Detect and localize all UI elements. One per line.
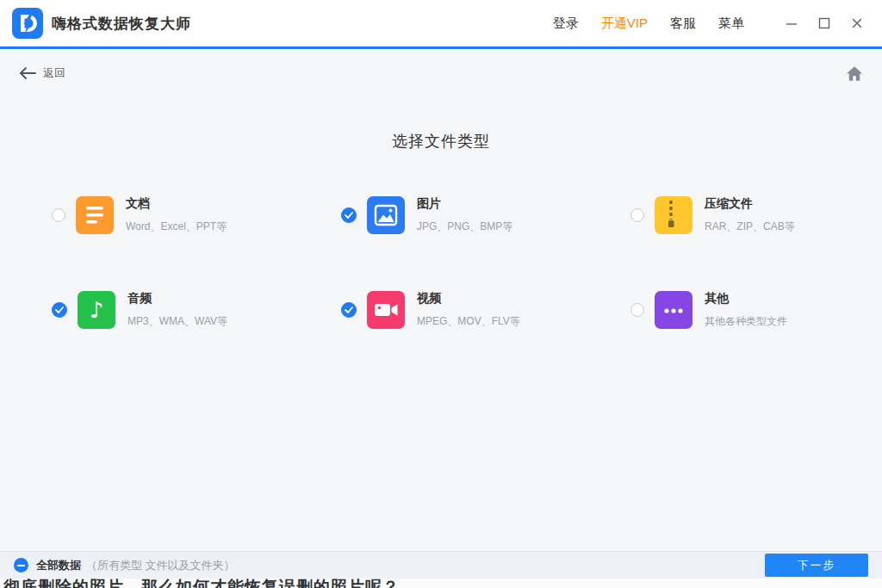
maximize-button[interactable] [811, 10, 837, 36]
file-type-desc: MP3、WMA、WAV等 [127, 314, 227, 329]
video-icon [367, 291, 405, 329]
file-type-card-audio[interactable]: ♪ 音频 MP3、WMA、WAV等 [52, 291, 341, 329]
next-step-button[interactable]: 下一步 [765, 554, 868, 577]
check-icon [345, 212, 353, 219]
radio-document[interactable] [52, 208, 65, 222]
minimize-button[interactable] [779, 10, 804, 36]
image-icon [367, 196, 405, 234]
back-label: 返回 [43, 65, 65, 81]
file-type-name: 图片 [417, 196, 512, 212]
back-button[interactable]: 返回 [19, 65, 65, 81]
file-type-desc: MPEG、MOV、FLV等 [417, 314, 520, 329]
close-button[interactable] [844, 10, 870, 36]
file-type-grid: 文档 Word、Excel、PPT等 图片 JPG、P [0, 152, 882, 329]
all-data-label: 全部数据 [36, 558, 81, 573]
radio-archive[interactable] [630, 208, 644, 222]
background-window-strip: 彻底删除的照片，那么如何才能恢复误删的照片呢？ [0, 579, 882, 588]
file-type-card-other[interactable]: 其他 其他各种类型文件 [630, 291, 865, 329]
titlebar-menu: 登录 开通VIP 客服 菜单 [531, 10, 870, 36]
back-arrow-icon [19, 67, 36, 79]
audio-icon: ♪ [78, 291, 115, 329]
check-icon [55, 306, 64, 313]
file-type-name: 文档 [126, 196, 227, 212]
file-type-desc: Word、Excel、PPT等 [126, 220, 227, 234]
document-icon [76, 196, 114, 234]
file-type-desc: JPG、PNG、BMP等 [417, 220, 512, 234]
file-type-card-archive[interactable]: 压缩文件 RAR、ZIP、CAB等 [630, 196, 865, 234]
radio-video[interactable] [341, 302, 357, 318]
file-type-name: 音频 [127, 291, 227, 306]
file-type-card-video[interactable]: 视频 MPEG、MOV、FLV等 [341, 291, 630, 329]
radio-audio[interactable] [52, 302, 67, 318]
vip-link[interactable]: 开通VIP [601, 15, 648, 32]
radio-image[interactable] [341, 207, 357, 223]
menu-link[interactable]: 菜单 [718, 15, 744, 32]
file-type-card-image[interactable]: 图片 JPG、PNG、BMP等 [341, 196, 630, 234]
file-type-name: 压缩文件 [705, 196, 795, 212]
minus-icon [14, 558, 28, 573]
svg-text:♪: ♪ [90, 297, 104, 323]
home-button[interactable] [846, 65, 863, 82]
background-window-text: 彻底删除的照片，那么如何才能恢复误删的照片呢？ [0, 579, 882, 588]
app-logo-icon [12, 8, 43, 39]
other-icon [655, 291, 693, 329]
archive-icon [655, 196, 693, 234]
support-link[interactable]: 客服 [670, 15, 696, 32]
window-controls [772, 10, 870, 36]
file-type-name: 视频 [417, 291, 520, 306]
file-type-desc: 其他各种类型文件 [705, 314, 787, 329]
file-type-name: 其他 [705, 291, 787, 306]
home-icon [846, 65, 863, 82]
login-link[interactable]: 登录 [553, 15, 579, 32]
footer-bar: 全部数据 （所有类型 文件以及文件夹） 下一步 [0, 551, 882, 579]
nav-row: 返回 [0, 52, 882, 95]
app-title: 嗨格式数据恢复大师 [52, 14, 191, 34]
check-icon [345, 306, 353, 313]
file-type-desc: RAR、ZIP、CAB等 [705, 220, 795, 234]
file-type-card-document[interactable]: 文档 Word、Excel、PPT等 [52, 196, 341, 234]
all-data-note: （所有类型 文件以及文件夹） [86, 558, 235, 573]
page-title: 选择文件类型 [0, 131, 882, 152]
titlebar: 嗨格式数据恢复大师 登录 开通VIP 客服 菜单 [0, 0, 882, 49]
workspace: 返回 选择文件类型 文档 Word、Excel、PPT等 [0, 52, 882, 551]
radio-other[interactable] [630, 303, 644, 317]
all-data-toggle[interactable]: 全部数据 （所有类型 文件以及文件夹） [14, 558, 235, 573]
